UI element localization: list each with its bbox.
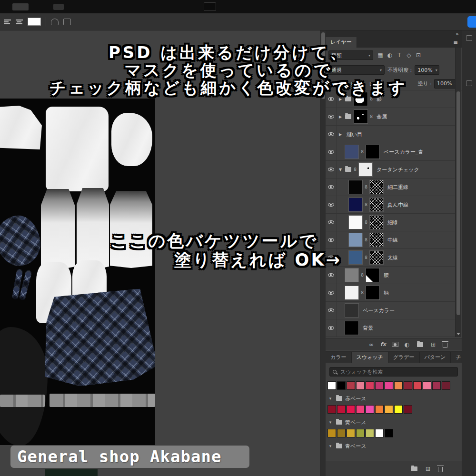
swatch[interactable] <box>442 381 450 390</box>
disclosure-arrow-icon[interactable]: ▶ <box>337 132 344 137</box>
swatch[interactable] <box>337 405 346 414</box>
swatch[interactable] <box>423 381 431 390</box>
swatch[interactable] <box>394 405 403 414</box>
visibility-toggle[interactable] <box>326 214 337 231</box>
tab-パターン[interactable]: パターン <box>420 352 451 363</box>
align-left-icon[interactable] <box>4 19 11 25</box>
mask-thumbnail[interactable] <box>369 233 384 247</box>
swatch[interactable] <box>385 405 393 414</box>
layer-row[interactable]: 背景 <box>326 319 455 337</box>
swatch-search-box[interactable] <box>329 367 458 377</box>
layer-thumbnail[interactable] <box>345 286 359 300</box>
layer-thumbnail[interactable] <box>348 198 363 212</box>
layer-thumbnail[interactable] <box>345 145 359 159</box>
mask-thumbnail[interactable] <box>369 180 384 194</box>
layer-row[interactable]: 8細二重線 <box>326 178 455 196</box>
swatch-group-header[interactable]: ▾青ベース <box>326 441 455 451</box>
swatch[interactable] <box>375 405 384 414</box>
tab-チャンネ[interactable]: チャンネ <box>451 352 462 363</box>
disclosure-arrow-icon[interactable]: ▶ <box>337 97 344 101</box>
collapse-panels-icon[interactable] <box>456 31 459 37</box>
mask-thumbnail[interactable] <box>366 286 380 300</box>
swatch[interactable] <box>347 429 355 437</box>
swatch[interactable] <box>337 429 346 437</box>
layer-thumbnail[interactable] <box>348 215 363 229</box>
swatch[interactable] <box>385 381 393 390</box>
visibility-toggle[interactable] <box>326 178 337 196</box>
swatch[interactable] <box>356 429 365 437</box>
panel-options-icon[interactable] <box>63 19 71 25</box>
swatch[interactable] <box>337 381 346 390</box>
visibility-toggle[interactable] <box>326 143 337 160</box>
new-swatch-icon[interactable]: ⊞ <box>425 466 431 472</box>
delete-icon[interactable] <box>442 341 448 348</box>
swatch[interactable] <box>404 381 412 390</box>
visibility-toggle[interactable] <box>326 126 337 143</box>
swatch[interactable] <box>366 381 374 390</box>
swatch[interactable] <box>375 381 384 390</box>
app-icon[interactable] <box>12 3 29 10</box>
layer-row[interactable]: ▶8金属 <box>326 108 455 126</box>
swatch[interactable] <box>347 405 355 414</box>
layers-scrollbar-thumb[interactable] <box>456 91 460 315</box>
mask-icon[interactable] <box>392 342 398 347</box>
dock-panel-icon-2[interactable] <box>466 80 472 86</box>
swatch-search-input[interactable] <box>339 368 455 376</box>
tab-グラデー[interactable]: グラデー <box>388 352 420 363</box>
delete-icon[interactable] <box>437 466 444 472</box>
visibility-toggle[interactable] <box>326 284 337 301</box>
visibility-toggle[interactable] <box>326 108 337 125</box>
share-button[interactable] <box>467 16 476 28</box>
document-canvas[interactable] <box>0 99 155 445</box>
fx-icon[interactable]: fx <box>380 342 387 347</box>
visibility-toggle[interactable] <box>326 196 337 213</box>
layer-row[interactable]: ▶縫い目 <box>326 126 455 143</box>
group-mask-thumbnail[interactable] <box>354 109 368 124</box>
layer-row[interactable]: 8柄 <box>326 284 455 302</box>
visibility-toggle[interactable] <box>326 302 337 319</box>
layer-row[interactable]: ▼8タータンチェック <box>326 161 455 178</box>
layer-thumbnail[interactable] <box>348 180 363 194</box>
swatch-group-header[interactable]: ▾黄ベース <box>326 417 455 427</box>
swatch[interactable] <box>366 405 374 414</box>
layer-row[interactable]: 8真ん中線 <box>326 196 455 214</box>
disclosure-arrow-icon[interactable]: ▼ <box>337 168 344 172</box>
layer-row[interactable]: ベースカラー <box>326 302 455 319</box>
layer-row[interactable]: 8ベースカラー_青 <box>326 143 455 161</box>
swatch[interactable] <box>385 429 393 437</box>
mask-thumbnail[interactable] <box>366 268 380 282</box>
new-layer-icon[interactable]: ⊞ <box>430 342 436 347</box>
layer-thumbnail[interactable] <box>345 321 359 335</box>
mask-thumbnail[interactable] <box>369 198 384 212</box>
disclosure-arrow-icon[interactable]: ▶ <box>337 115 344 119</box>
link-icon[interactable]: ∞ <box>368 342 375 347</box>
group-icon[interactable] <box>416 342 425 347</box>
new-group-icon[interactable] <box>410 466 419 471</box>
swatch[interactable] <box>327 405 336 414</box>
swatch[interactable] <box>366 429 374 437</box>
swatch[interactable] <box>356 405 365 414</box>
tab-スウォッチ[interactable]: スウォッチ <box>352 352 388 363</box>
tab-カラー[interactable]: カラー <box>326 352 352 363</box>
swatch[interactable] <box>347 381 355 390</box>
swatch[interactable] <box>356 381 365 390</box>
mask-thumbnail[interactable] <box>369 250 384 265</box>
dock-panel-icon-1[interactable] <box>466 35 472 41</box>
swatch[interactable] <box>404 405 412 414</box>
document-tab[interactable] <box>53 4 64 10</box>
tool-options-icon[interactable] <box>51 19 59 25</box>
mask-thumbnail[interactable] <box>369 215 384 229</box>
align-center-icon[interactable] <box>16 19 23 25</box>
swatch[interactable] <box>432 381 441 390</box>
swatch-group-header[interactable]: ▾赤ベース <box>326 393 455 404</box>
layer-thumbnail[interactable] <box>345 268 359 282</box>
swatch[interactable] <box>413 381 422 390</box>
visibility-toggle[interactable] <box>326 319 337 337</box>
swatch[interactable] <box>375 429 384 437</box>
scroll-down-arrow-icon[interactable] <box>456 333 460 335</box>
swatch[interactable] <box>327 429 336 437</box>
mask-thumbnail[interactable] <box>358 162 373 177</box>
swatch[interactable] <box>394 381 403 390</box>
adjustment-icon[interactable]: ◐ <box>404 342 410 347</box>
mask-thumbnail[interactable] <box>366 145 380 159</box>
